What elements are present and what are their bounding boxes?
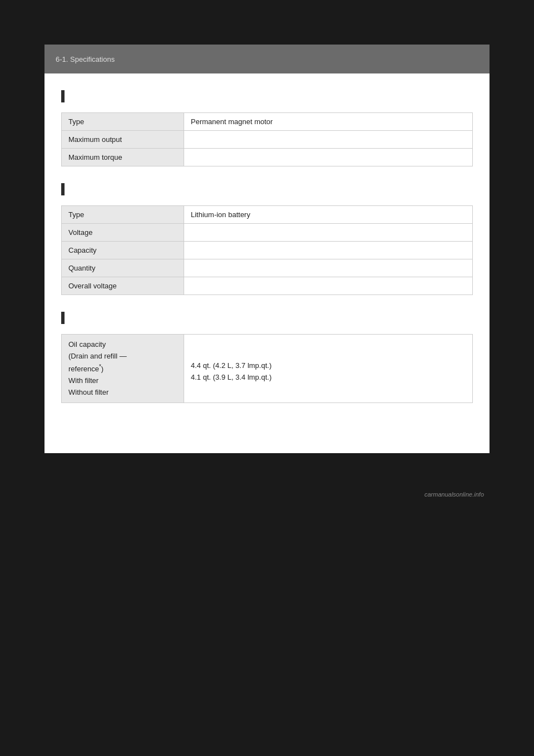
value-cell (184, 259, 473, 277)
content-area: Type Permanent magnet motor Maximum outp… (44, 73, 490, 453)
value-cell (184, 242, 473, 259)
table-row: Type Lithium-ion battery (62, 206, 473, 224)
table-row: Maximum output (62, 131, 473, 149)
page-wrapper: 6-1. Specifications Type Permanent magne… (0, 45, 534, 756)
label-cell: Overall voltage (62, 277, 184, 295)
label-cell: Quantity (62, 259, 184, 277)
label-cell: Oil capacity (Drain and refill — referen… (62, 335, 184, 403)
section-marker-3 (61, 312, 65, 324)
engine-oil-section: Oil capacity (Drain and refill — referen… (61, 312, 473, 403)
footnote-symbol: * (99, 364, 101, 370)
section-marker-2 (61, 183, 65, 195)
header-bar: 6-1. Specifications (44, 45, 490, 73)
label-cell: Type (62, 113, 184, 131)
table-row: Maximum torque (62, 149, 473, 166)
value-cell (184, 131, 473, 149)
label-cell: Voltage (62, 224, 184, 242)
hv-battery-table: Type Lithium-ion battery Voltage Capacit… (61, 205, 473, 295)
engine-oil-table: Oil capacity (Drain and refill — referen… (61, 334, 473, 403)
electric-motor-section: Type Permanent magnet motor Maximum outp… (61, 90, 473, 166)
label-cell: Capacity (62, 242, 184, 259)
label-cell: Type (62, 206, 184, 224)
electric-motor-table: Type Permanent magnet motor Maximum outp… (61, 112, 473, 166)
value-cell (184, 277, 473, 295)
value-cell: Lithium-ion battery (184, 206, 473, 224)
value-cell (184, 149, 473, 166)
value-cell: Permanent magnet motor (184, 113, 473, 131)
table-row: Oil capacity (Drain and refill — referen… (62, 335, 473, 403)
table-row: Voltage (62, 224, 473, 242)
table-row: Overall voltage (62, 277, 473, 295)
footer-logo: carmanualsonline.info (424, 491, 484, 498)
hv-battery-section: Type Lithium-ion battery Voltage Capacit… (61, 183, 473, 295)
label-cell: Maximum output (62, 131, 184, 149)
section-title: 6-1. Specifications (56, 55, 115, 63)
table-row: Capacity (62, 242, 473, 259)
section-marker-1 (61, 90, 65, 102)
table-row: Type Permanent magnet motor (62, 113, 473, 131)
table-row: Quantity (62, 259, 473, 277)
footer-area: carmanualsonline.info (0, 453, 534, 509)
label-cell: Maximum torque (62, 149, 184, 166)
value-cell: 4.4 qt. (4.2 L, 3.7 lmp.qt.) 4.1 qt. (3.… (184, 335, 473, 403)
value-cell (184, 224, 473, 242)
